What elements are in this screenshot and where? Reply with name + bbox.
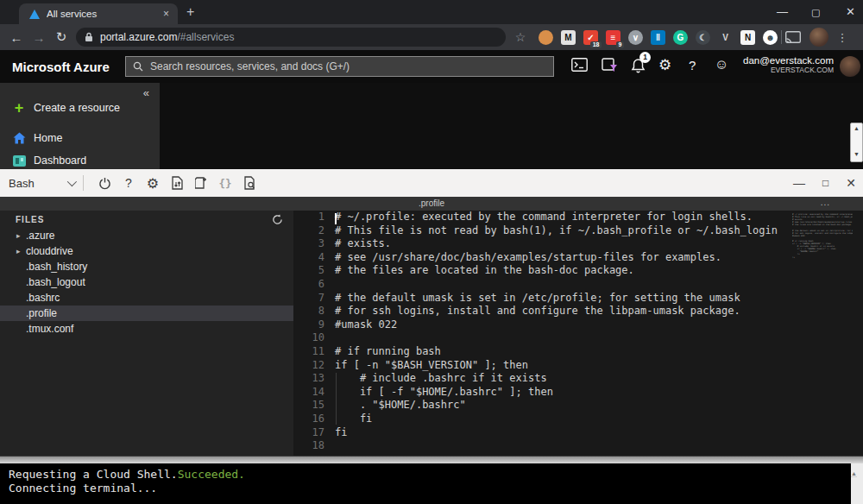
terminal[interactable]: Requesting a Cloud Shell.Succeeded. Conn… — [0, 463, 863, 504]
panel-divider[interactable] — [0, 456, 863, 463]
code-line[interactable]: 14 if [ -f "$HOME/.bashrc" ]; then — [293, 386, 863, 400]
browser-profile-avatar[interactable] — [809, 28, 828, 47]
browser-tab[interactable]: All services × — [19, 3, 178, 24]
extensions-row: M✓18≡9∨‖G☾VN☻ — [539, 30, 778, 45]
azure-favicon-icon — [29, 9, 40, 19]
shell-minimize-button[interactable]: — — [793, 176, 805, 190]
code-line[interactable]: 12if [ -n "$BASH_VERSION" ]; then — [293, 359, 863, 373]
file-item-bash_logout[interactable]: .bash_logout — [0, 274, 293, 290]
medium-extension-icon[interactable]: M — [561, 30, 576, 45]
expand-arrow-icon[interactable]: ▸ — [16, 231, 21, 240]
sidebar-item-create-a-resource[interactable]: + Create a resource — [0, 97, 160, 119]
shell-settings-button[interactable]: ⚙ — [141, 171, 165, 195]
line-text: # exists. — [335, 237, 391, 251]
ghostery-extension-icon[interactable]: ☾ — [696, 30, 710, 45]
line-text: # This file is not read by bash(1), if ~… — [335, 224, 778, 238]
file-item-bash_history[interactable]: .bash_history — [0, 259, 293, 274]
plus-icon: + — [15, 102, 24, 114]
cast-icon[interactable] — [785, 31, 801, 44]
code-line[interactable]: 3# exists. — [293, 237, 863, 251]
code-line[interactable]: 2# This file is not read by bash(1), if … — [293, 224, 863, 238]
address-bar[interactable]: portal.azure.com/#allservices — [76, 28, 506, 47]
file-item-azure[interactable]: ▸.azure — [0, 228, 293, 243]
scroll-down-icon[interactable]: ▼ — [851, 149, 862, 160]
avatar-extension-icon[interactable]: ☻ — [763, 30, 778, 45]
help-icon[interactable]: ? — [689, 58, 696, 72]
line-number: 7 — [293, 292, 324, 306]
file-item-clouddrive[interactable]: ▸clouddrive — [0, 243, 293, 259]
line-text: fi — [335, 426, 347, 440]
code-line[interactable]: 13 # include .bashrc if it exists — [293, 372, 863, 386]
scroll-up-icon[interactable]: ▲ — [851, 123, 862, 134]
grammarly-extension-icon[interactable]: G — [673, 30, 688, 45]
restart-power-button[interactable] — [92, 171, 117, 195]
file-item-tmuxconf[interactable]: .tmux.conf — [0, 321, 293, 337]
web-preview-button[interactable] — [237, 171, 261, 195]
settings-gear-icon[interactable]: ⚙ — [658, 56, 671, 74]
editor-minimap[interactable]: # ~/.profile: executed by the command in… — [792, 213, 853, 291]
line-text: # include .bashrc if it exists — [335, 372, 547, 386]
azure-brand[interactable]: Microsoft Azure — [12, 60, 110, 74]
forward-button[interactable]: → — [28, 30, 50, 45]
azure-avatar[interactable] — [840, 56, 860, 77]
code-line[interactable]: 8# for ssh logins, install and configure… — [293, 305, 863, 318]
window-close-button[interactable]: ✕ — [846, 5, 855, 18]
file-item-bashrc[interactable]: .bashrc — [0, 290, 293, 306]
code-line[interactable]: 1# ~/.profile: executed by the command i… — [293, 211, 863, 224]
account-info[interactable]: dan@everstack.com EVERSTACK.COM — [743, 55, 834, 74]
code-line[interactable]: 5# the files are located in the bash-doc… — [293, 264, 863, 278]
directory-filter-icon[interactable] — [602, 58, 618, 72]
terminal-scrollbar[interactable]: ▲ — [851, 463, 863, 504]
window-minimize-button[interactable]: — — [777, 5, 788, 18]
shell-env-select[interactable]: Bash — [9, 177, 74, 190]
azure-sidebar: « + Create a resource Home Dashboard — [0, 83, 160, 169]
code-line[interactable]: 9#umask 022 — [293, 318, 863, 332]
upload-download-files-button[interactable] — [165, 171, 189, 195]
cloud-shell-icon[interactable] — [571, 58, 588, 72]
line-number: 17 — [293, 426, 324, 440]
page-scrollbar[interactable]: ▲ ▼ — [850, 123, 863, 162]
code-line[interactable]: 4# see /usr/share/doc/bash/examples/star… — [293, 251, 863, 265]
code-line[interactable]: 11# if running bash — [293, 345, 863, 359]
santa-extension-icon[interactable] — [539, 30, 553, 45]
todoist-extension-icon[interactable]: ✓18 — [583, 30, 598, 45]
code-line[interactable]: 16 fi — [293, 413, 863, 426]
shell-help-button[interactable]: ? — [117, 171, 141, 195]
shell-close-button[interactable]: ✕ — [846, 176, 856, 190]
pocket-extension-icon[interactable]: ∨ — [628, 30, 643, 45]
code-line[interactable]: 15 . "$HOME/.bashrc" — [293, 399, 863, 413]
code-line[interactable]: 17fi — [293, 426, 863, 440]
notion-extension-icon[interactable]: N — [740, 30, 755, 45]
line-number: 11 — [293, 345, 324, 359]
notifications-bell[interactable]: 1 — [631, 58, 646, 77]
new-session-button[interactable] — [189, 171, 213, 195]
editor-more-icon[interactable]: ... — [821, 197, 830, 209]
new-tab-button[interactable]: + — [186, 5, 194, 19]
tasks-extension-icon[interactable]: ≡9 — [606, 30, 620, 45]
refresh-icon[interactable] — [272, 214, 283, 225]
vimium-extension-icon[interactable]: V — [718, 30, 733, 45]
code-line[interactable]: 18 — [293, 439, 863, 453]
feedback-smiley-icon[interactable]: ☺ — [715, 57, 728, 72]
browser-toolbar: ← → ↻ portal.azure.com/#allservices ☆ M✓… — [0, 24, 863, 50]
azure-search-bar[interactable]: Search resources, services, and docs (G+… — [125, 56, 554, 77]
sidebar-item-home[interactable]: Home — [0, 127, 160, 149]
back-button[interactable]: ← — [5, 30, 28, 45]
scroll-up-icon[interactable]: ▲ — [851, 470, 857, 477]
expand-arrow-icon[interactable]: ▸ — [16, 247, 21, 255]
code-editor[interactable]: 1# ~/.profile: executed by the command i… — [293, 211, 863, 456]
open-editor-button[interactable]: {} — [213, 171, 237, 195]
file-item-profile[interactable]: .profile — [0, 306, 293, 321]
bookmark-star-icon[interactable]: ☆ — [513, 30, 528, 44]
window-maximize-button[interactable]: ▢ — [811, 7, 820, 18]
browser-menu-icon[interactable]: ⋮ — [835, 31, 849, 44]
code-line[interactable]: 7# the default umask is set in /etc/prof… — [293, 292, 863, 306]
file-name: .tmux.conf — [26, 323, 73, 335]
tab-close-icon[interactable]: × — [161, 8, 171, 20]
reload-button[interactable]: ↻ — [50, 29, 72, 45]
code-line[interactable]: 6 — [293, 278, 863, 292]
line-number: 2 — [293, 224, 324, 238]
trello-extension-icon[interactable]: ‖ — [651, 30, 665, 45]
code-line[interactable]: 10 — [293, 331, 863, 345]
shell-maximize-button[interactable]: □ — [822, 177, 828, 189]
